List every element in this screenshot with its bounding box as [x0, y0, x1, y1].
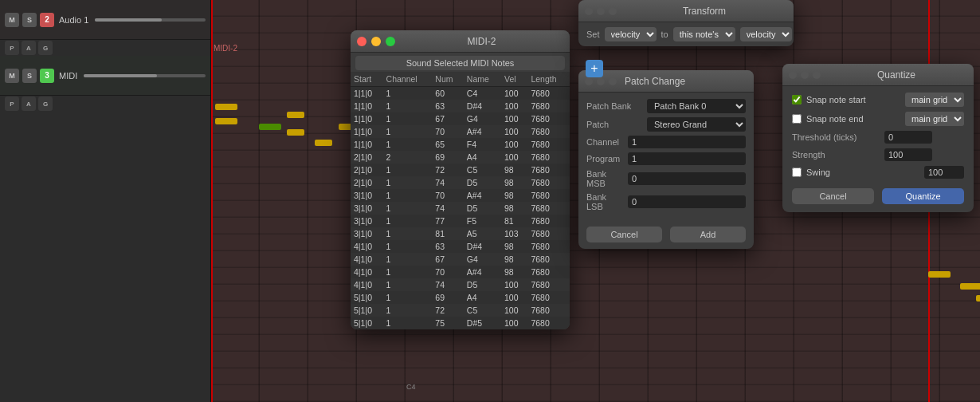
- patch-cancel-button[interactable]: Cancel: [586, 227, 662, 242]
- patch-bank-label: Patch Bank: [586, 101, 642, 111]
- quantize-cancel-button[interactable]: Cancel: [792, 188, 874, 204]
- table-row[interactable]: 1|1|0167G41007680: [351, 112, 570, 125]
- patch-title: Patch Change: [625, 76, 685, 87]
- patch-tl-dot-2[interactable]: [597, 77, 605, 85]
- table-row[interactable]: 3|1|0181A51037680: [351, 227, 570, 240]
- track-name-1: Audio 1: [59, 15, 88, 25]
- midi-window-titlebar: MIDI-2: [351, 30, 570, 53]
- snap-start-select[interactable]: main grid: [905, 93, 964, 107]
- swing-checkbox[interactable]: [792, 168, 802, 177]
- tl-dot-1[interactable]: [585, 7, 593, 15]
- table-row[interactable]: 1|1|0165F41007680: [351, 138, 570, 151]
- threshold-input[interactable]: [884, 131, 932, 144]
- midi-table-container[interactable]: Start Channel Num Name Vel Length 1|1|01…: [351, 72, 570, 329]
- col-vel: Vel: [501, 72, 527, 87]
- channel-input[interactable]: [628, 136, 746, 148]
- table-row[interactable]: 4|1|0167G4987680: [351, 253, 570, 266]
- tl-dot-3[interactable]: [609, 7, 617, 15]
- program-input[interactable]: [628, 152, 746, 165]
- plus-button[interactable]: +: [586, 60, 603, 77]
- program-row: Program: [586, 152, 746, 165]
- quantize-tl-dot-1[interactable]: [789, 71, 797, 79]
- mute-button-1[interactable]: M: [5, 13, 19, 27]
- pag-row-1: P A G: [0, 40, 210, 56]
- table-row[interactable]: 2|1|0269A41007680: [351, 151, 570, 164]
- bank-lsb-row: Bank LSB: [586, 192, 746, 211]
- a-button-1[interactable]: A: [22, 41, 36, 55]
- playhead: [211, 0, 213, 402]
- table-row[interactable]: 1|1|0160C41007680: [351, 87, 570, 100]
- maximize-button-midi[interactable]: [386, 37, 395, 46]
- table-row[interactable]: 1|1|0170A#41007680: [351, 125, 570, 138]
- channel-row: Channel: [586, 136, 746, 148]
- snap-start-checkbox[interactable]: [792, 95, 802, 104]
- patch-tl-dots: [585, 77, 617, 85]
- p-button-2[interactable]: P: [5, 97, 19, 111]
- strength-label: Strength: [792, 150, 880, 160]
- col-length: Length: [527, 72, 570, 87]
- p-button-1[interactable]: P: [5, 41, 19, 55]
- table-row[interactable]: 5|1|0172C51007680: [351, 304, 570, 317]
- velocity-select-1[interactable]: velocity: [605, 27, 657, 41]
- patch-buttons: Cancel Add: [578, 222, 754, 249]
- close-button-midi[interactable]: [357, 37, 367, 46]
- volume-slider-1[interactable]: [95, 18, 206, 22]
- table-row[interactable]: 3|1|0170A#4987680: [351, 189, 570, 202]
- snap-start-label: Snap note start: [806, 95, 900, 104]
- snap-end-checkbox[interactable]: [792, 114, 802, 124]
- patch-titlebar: Patch Change: [578, 70, 754, 93]
- swing-row: Swing: [792, 166, 964, 179]
- swing-input[interactable]: [924, 166, 964, 179]
- quantize-apply-button[interactable]: Quantize: [882, 188, 964, 204]
- mute-button-2[interactable]: M: [5, 69, 19, 83]
- snap-end-select[interactable]: main grid: [905, 112, 964, 126]
- quantize-tl-dot-2[interactable]: [801, 71, 809, 79]
- table-row[interactable]: 5|1|0175D#51007680: [351, 317, 570, 329]
- table-row[interactable]: 4|1|0163D#4987680: [351, 240, 570, 253]
- midi-note: [976, 295, 980, 302]
- midi-note: [928, 271, 951, 278]
- patch-bank-select[interactable]: Patch Bank 0: [647, 99, 746, 113]
- midi-note: [259, 124, 281, 130]
- table-row[interactable]: 3|1|0177F5817680: [351, 215, 570, 227]
- solo-button-1[interactable]: S: [22, 13, 37, 27]
- quantize-tl-dot-3[interactable]: [813, 71, 821, 79]
- patch-tl-dot-1[interactable]: [585, 77, 593, 85]
- this-notes-select[interactable]: this note's: [673, 27, 735, 41]
- table-row[interactable]: 5|1|0169A41007680: [351, 291, 570, 304]
- tl-dot-2[interactable]: [597, 7, 605, 15]
- snap-end-label: Snap note end: [806, 114, 900, 124]
- patch-add-button[interactable]: Add: [670, 227, 746, 242]
- table-header-row: Start Channel Num Name Vel Length: [351, 72, 570, 87]
- quantize-panel: Quantize Snap note start main grid Snap …: [782, 64, 974, 212]
- bank-lsb-label: Bank LSB: [586, 192, 623, 211]
- bank-msb-label: Bank MSB: [586, 169, 623, 188]
- bank-lsb-input[interactable]: [628, 195, 746, 208]
- to-label: to: [661, 30, 668, 39]
- g-button-2[interactable]: G: [38, 97, 53, 111]
- col-channel: Channel: [383, 72, 433, 87]
- region-label: MIDI-2: [214, 44, 237, 53]
- table-row[interactable]: 3|1|0174D5987680: [351, 202, 570, 215]
- table-row[interactable]: 2|1|0174D5987680: [351, 176, 570, 189]
- minimize-button-midi[interactable]: [371, 37, 381, 46]
- strength-input[interactable]: [884, 148, 932, 161]
- pag-row-2: P A G: [0, 96, 210, 112]
- table-row[interactable]: 2|1|0172C5987680: [351, 164, 570, 176]
- table-row[interactable]: 4|1|0170A#4987680: [351, 266, 570, 278]
- midi-note: [287, 129, 304, 136]
- a-button-2[interactable]: A: [22, 97, 36, 111]
- solo-button-2[interactable]: S: [22, 69, 37, 83]
- g-button-1[interactable]: G: [38, 41, 53, 55]
- patch-tl-dot-3[interactable]: [609, 77, 617, 85]
- bank-msb-input[interactable]: [628, 172, 746, 185]
- table-row[interactable]: 4|1|0174D51007680: [351, 278, 570, 291]
- snap-start-row: Snap note start main grid: [792, 93, 964, 107]
- plus-icon: +: [590, 61, 598, 76]
- table-row[interactable]: 1|1|0163D#41007680: [351, 100, 570, 112]
- col-num: Num: [432, 72, 464, 87]
- quantize-tl-dots: [789, 71, 821, 79]
- volume-slider-2[interactable]: [84, 74, 206, 77]
- velocity-select-2[interactable]: velocity: [740, 27, 792, 41]
- patch-select[interactable]: Stereo Grand: [647, 117, 746, 132]
